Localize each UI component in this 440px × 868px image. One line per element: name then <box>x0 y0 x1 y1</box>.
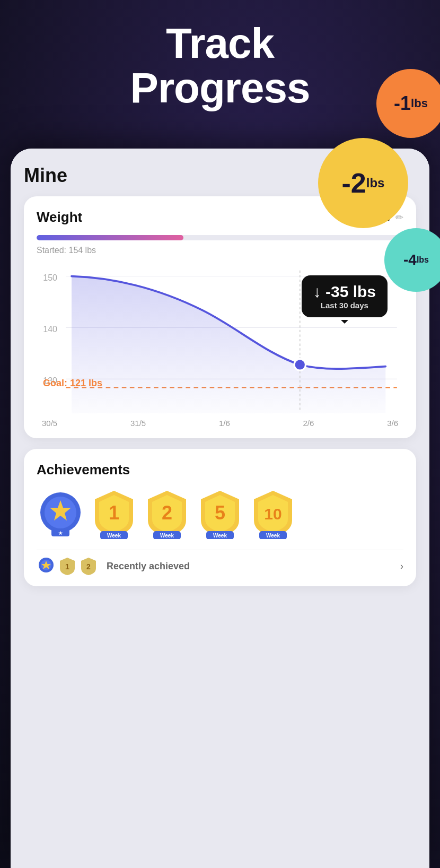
svg-text:Week: Week <box>213 533 227 539</box>
recently-text: Recently achieved <box>107 561 392 572</box>
star-badge-svg: ★ <box>37 489 84 539</box>
header-title: Track Progress <box>0 21 440 110</box>
svg-text:1: 1 <box>109 502 119 524</box>
achievements-badge-row: ★ 1 Week <box>37 489 403 539</box>
phone-frame: Mine Weight 132 lbs ✏ Started: 154 lbs ↓… <box>11 149 429 868</box>
mini-badge-3: 2 <box>79 557 98 576</box>
weight-card: Weight 132 lbs ✏ Started: 154 lbs ↓ -35 … <box>24 196 416 438</box>
svg-text:Week: Week <box>160 533 174 539</box>
svg-text:Week: Week <box>266 533 280 539</box>
badge-orange: -1lbs <box>376 69 440 138</box>
svg-text:10: 10 <box>264 505 281 523</box>
tooltip-sub-value: Last 30 days <box>313 301 376 310</box>
goal-label: Goal: 121 lbs <box>43 378 102 389</box>
achievements-title: Achievements <box>37 462 403 478</box>
progress-bar <box>37 235 403 240</box>
date-2-6: 2/6 <box>303 419 314 428</box>
svg-text:150: 150 <box>43 273 57 282</box>
achievement-badge-week5: 5 Week <box>197 489 243 539</box>
edit-icon[interactable]: ✏ <box>395 212 403 223</box>
week10-badge-svg: 10 Week <box>250 489 296 539</box>
achievement-badge-week1: 1 Week <box>91 489 137 539</box>
svg-text:140: 140 <box>43 324 57 334</box>
chart-tooltip: ↓ -35 lbs Last 30 days <box>302 275 388 317</box>
svg-text:Week: Week <box>107 533 121 539</box>
date-3-6: 3/6 <box>387 419 398 428</box>
svg-text:5: 5 <box>215 502 225 524</box>
svg-text:2: 2 <box>86 562 91 571</box>
recently-icons: 1 2 <box>37 557 98 576</box>
recently-achieved-row[interactable]: 1 2 Recently achieved › <box>37 550 403 576</box>
progress-bar-fill <box>37 235 183 240</box>
svg-text:★: ★ <box>58 531 63 536</box>
date-31-5: 31/5 <box>130 419 146 428</box>
mini-badge-1 <box>37 557 56 576</box>
achievement-badge-week2: 2 Week <box>144 489 190 539</box>
svg-text:2: 2 <box>162 502 172 524</box>
svg-point-8 <box>294 359 306 371</box>
achievement-badge-week10: 10 Week <box>250 489 296 539</box>
date-30-5: 30/5 <box>42 419 57 428</box>
mini-badge-2: 1 <box>58 557 77 576</box>
achievements-card: Achievements ★ <box>24 449 416 586</box>
week1-badge-svg: 1 Week <box>91 489 137 539</box>
tooltip-main-value: ↓ -35 lbs <box>313 283 376 301</box>
week2-badge-svg: 2 Week <box>144 489 190 539</box>
chart-area: ↓ -35 lbs Last 30 days 150 140 130 <box>37 265 403 413</box>
achievement-badge-star: ★ <box>37 489 84 539</box>
recently-arrow[interactable]: › <box>400 561 403 572</box>
week5-badge-svg: 5 Week <box>197 489 243 539</box>
badge-yellow: -2lbs <box>318 138 408 228</box>
date-row: 30/5 31/5 1/6 2/6 3/6 <box>37 419 403 428</box>
svg-text:1: 1 <box>65 562 69 571</box>
weight-label: Weight <box>37 209 82 225</box>
date-1-6: 1/6 <box>219 419 230 428</box>
started-text: Started: 154 lbs <box>37 246 403 255</box>
